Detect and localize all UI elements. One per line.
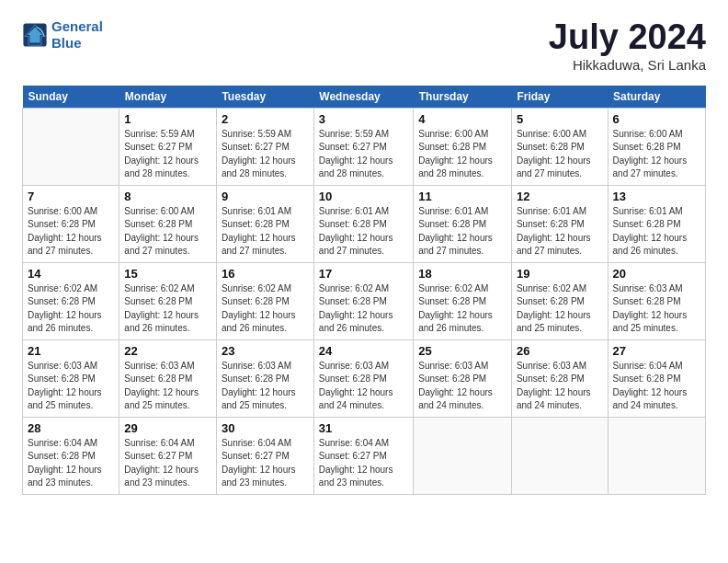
calendar-cell: 17 Sunrise: 6:02 AMSunset: 6:28 PMDaylig… — [313, 262, 413, 339]
calendar-cell — [414, 417, 512, 494]
calendar-cell: 9 Sunrise: 6:01 AMSunset: 6:28 PMDayligh… — [216, 185, 313, 262]
day-info: Sunrise: 6:02 AMSunset: 6:28 PMDaylight:… — [222, 283, 296, 334]
calendar-cell: 12 Sunrise: 6:01 AMSunset: 6:28 PMDaylig… — [511, 185, 608, 262]
calendar-cell: 6 Sunrise: 6:00 AMSunset: 6:28 PMDayligh… — [608, 108, 705, 185]
calendar-cell: 30 Sunrise: 6:04 AMSunset: 6:27 PMDaylig… — [216, 417, 313, 494]
calendar-cell: 18 Sunrise: 6:02 AMSunset: 6:28 PMDaylig… — [414, 262, 512, 339]
calendar-cell: 1 Sunrise: 5:59 AMSunset: 6:27 PMDayligh… — [119, 108, 217, 185]
calendar-table: SundayMondayTuesdayWednesdayThursdayFrid… — [22, 86, 706, 495]
day-info: Sunrise: 6:01 AMSunset: 6:28 PMDaylight:… — [222, 206, 296, 257]
day-info: Sunrise: 6:00 AMSunset: 6:28 PMDaylight:… — [124, 206, 199, 257]
calendar-week-3: 14 Sunrise: 6:02 AMSunset: 6:28 PMDaylig… — [23, 262, 706, 339]
day-info: Sunrise: 6:01 AMSunset: 6:28 PMDaylight:… — [319, 206, 393, 257]
day-number: 23 — [222, 344, 309, 358]
day-number: 13 — [613, 190, 700, 203]
day-info: Sunrise: 6:01 AMSunset: 6:28 PMDaylight:… — [517, 206, 591, 257]
day-number: 7 — [28, 190, 114, 203]
day-info: Sunrise: 6:01 AMSunset: 6:28 PMDaylight:… — [613, 206, 688, 257]
weekday-header-monday: Monday — [119, 86, 217, 109]
calendar-cell: 5 Sunrise: 6:00 AMSunset: 6:28 PMDayligh… — [511, 108, 608, 185]
calendar-cell: 10 Sunrise: 6:01 AMSunset: 6:28 PMDaylig… — [313, 185, 413, 262]
day-number: 24 — [319, 344, 408, 358]
calendar-cell: 28 Sunrise: 6:04 AMSunset: 6:28 PMDaylig… — [23, 417, 119, 494]
day-info: Sunrise: 6:02 AMSunset: 6:28 PMDaylight:… — [517, 283, 591, 334]
day-info: Sunrise: 6:03 AMSunset: 6:28 PMDaylight:… — [517, 361, 591, 411]
page: General Blue July 2024 Hikkaduwa, Sri La… — [0, 0, 728, 510]
calendar-cell: 13 Sunrise: 6:01 AMSunset: 6:28 PMDaylig… — [608, 185, 705, 262]
day-info: Sunrise: 6:00 AMSunset: 6:28 PMDaylight:… — [613, 129, 688, 179]
day-number: 8 — [124, 190, 211, 203]
day-info: Sunrise: 6:03 AMSunset: 6:28 PMDaylight:… — [28, 361, 102, 411]
day-number: 9 — [222, 190, 309, 203]
day-info: Sunrise: 5:59 AMSunset: 6:27 PMDaylight:… — [124, 129, 199, 179]
day-number: 30 — [222, 421, 309, 435]
day-number: 16 — [222, 267, 309, 281]
logo-general: General — [51, 18, 103, 34]
day-number: 21 — [28, 344, 114, 358]
weekday-header-friday: Friday — [511, 86, 608, 109]
weekday-header-tuesday: Tuesday — [216, 86, 313, 109]
calendar-week-1: 1 Sunrise: 5:59 AMSunset: 6:27 PMDayligh… — [23, 108, 706, 185]
day-info: Sunrise: 6:04 AMSunset: 6:27 PMDaylight:… — [222, 438, 296, 488]
day-number: 2 — [222, 112, 309, 126]
day-info: Sunrise: 6:02 AMSunset: 6:28 PMDaylight:… — [28, 283, 102, 334]
weekday-header-wednesday: Wednesday — [313, 86, 413, 109]
day-info: Sunrise: 6:02 AMSunset: 6:28 PMDaylight:… — [319, 283, 393, 334]
day-number: 20 — [613, 267, 700, 281]
calendar-cell: 31 Sunrise: 6:04 AMSunset: 6:27 PMDaylig… — [313, 417, 413, 494]
calendar-week-4: 21 Sunrise: 6:03 AMSunset: 6:28 PMDaylig… — [23, 339, 706, 417]
calendar-cell: 11 Sunrise: 6:01 AMSunset: 6:28 PMDaylig… — [414, 185, 512, 262]
day-info: Sunrise: 6:04 AMSunset: 6:28 PMDaylight:… — [613, 361, 688, 411]
calendar-cell: 7 Sunrise: 6:00 AMSunset: 6:28 PMDayligh… — [23, 185, 119, 262]
calendar-cell: 19 Sunrise: 6:02 AMSunset: 6:28 PMDaylig… — [511, 262, 608, 339]
day-info: Sunrise: 6:00 AMSunset: 6:28 PMDaylight:… — [517, 129, 591, 179]
logo-blue: Blue — [51, 35, 82, 51]
day-info: Sunrise: 6:02 AMSunset: 6:28 PMDaylight:… — [124, 283, 199, 334]
day-number: 4 — [418, 112, 506, 126]
weekday-header-saturday: Saturday — [608, 86, 705, 109]
location-subtitle: Hikkaduwa, Sri Lanka — [549, 57, 706, 73]
calendar-week-5: 28 Sunrise: 6:04 AMSunset: 6:28 PMDaylig… — [23, 417, 706, 494]
day-number: 28 — [28, 421, 114, 435]
weekday-header-sunday: Sunday — [23, 86, 119, 109]
calendar-cell: 14 Sunrise: 6:02 AMSunset: 6:28 PMDaylig… — [23, 262, 119, 339]
day-info: Sunrise: 6:04 AMSunset: 6:27 PMDaylight:… — [124, 438, 199, 488]
day-info: Sunrise: 6:03 AMSunset: 6:28 PMDaylight:… — [418, 361, 493, 411]
calendar-cell: 3 Sunrise: 5:59 AMSunset: 6:27 PMDayligh… — [313, 108, 413, 185]
day-info: Sunrise: 6:00 AMSunset: 6:28 PMDaylight:… — [418, 129, 493, 179]
calendar-cell — [23, 108, 119, 185]
day-info: Sunrise: 6:03 AMSunset: 6:28 PMDaylight:… — [222, 361, 296, 411]
calendar-cell: 21 Sunrise: 6:03 AMSunset: 6:28 PMDaylig… — [23, 339, 119, 417]
calendar-cell: 8 Sunrise: 6:00 AMSunset: 6:28 PMDayligh… — [119, 185, 217, 262]
logo-text: General Blue — [51, 18, 103, 52]
day-number: 3 — [319, 112, 408, 126]
day-info: Sunrise: 5:59 AMSunset: 6:27 PMDaylight:… — [222, 129, 296, 179]
day-info: Sunrise: 6:00 AMSunset: 6:28 PMDaylight:… — [28, 206, 102, 257]
calendar-cell: 29 Sunrise: 6:04 AMSunset: 6:27 PMDaylig… — [119, 417, 217, 494]
logo: General Blue — [22, 18, 103, 52]
day-number: 25 — [418, 344, 506, 358]
calendar-cell: 27 Sunrise: 6:04 AMSunset: 6:28 PMDaylig… — [608, 339, 705, 417]
weekday-header-row: SundayMondayTuesdayWednesdayThursdayFrid… — [23, 86, 706, 109]
calendar-cell: 15 Sunrise: 6:02 AMSunset: 6:28 PMDaylig… — [119, 262, 217, 339]
day-number: 17 — [319, 267, 408, 281]
calendar-cell: 22 Sunrise: 6:03 AMSunset: 6:28 PMDaylig… — [119, 339, 217, 417]
day-info: Sunrise: 6:01 AMSunset: 6:28 PMDaylight:… — [418, 206, 493, 257]
calendar-cell: 26 Sunrise: 6:03 AMSunset: 6:28 PMDaylig… — [511, 339, 608, 417]
day-info: Sunrise: 6:03 AMSunset: 6:28 PMDaylight:… — [613, 283, 688, 334]
calendar-cell: 4 Sunrise: 6:00 AMSunset: 6:28 PMDayligh… — [414, 108, 512, 185]
logo-icon — [22, 22, 48, 48]
day-number: 15 — [124, 267, 211, 281]
calendar-cell — [608, 417, 705, 494]
day-number: 10 — [319, 190, 408, 203]
day-number: 1 — [124, 112, 211, 126]
day-number: 5 — [517, 112, 603, 126]
month-title: July 2024 — [549, 18, 706, 57]
day-number: 18 — [418, 267, 506, 281]
calendar-cell: 23 Sunrise: 6:03 AMSunset: 6:28 PMDaylig… — [216, 339, 313, 417]
day-info: Sunrise: 6:03 AMSunset: 6:28 PMDaylight:… — [319, 361, 393, 411]
calendar-cell: 25 Sunrise: 6:03 AMSunset: 6:28 PMDaylig… — [414, 339, 512, 417]
calendar-cell: 16 Sunrise: 6:02 AMSunset: 6:28 PMDaylig… — [216, 262, 313, 339]
day-number: 12 — [517, 190, 603, 203]
day-number: 31 — [319, 421, 408, 435]
